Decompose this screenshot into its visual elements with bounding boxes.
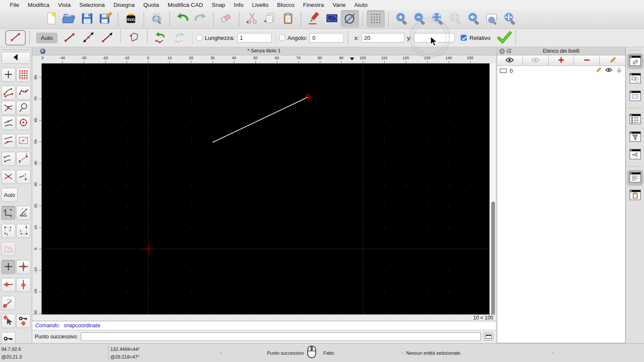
toolbar-handle[interactable] bbox=[629, 50, 641, 51]
undo-button[interactable] bbox=[173, 10, 191, 27]
layer-visibility-icon[interactable] bbox=[602, 67, 612, 75]
polygon-tool-button[interactable] bbox=[125, 30, 143, 46]
snap-on-entity-button[interactable] bbox=[16, 86, 30, 100]
snap-nearest-button[interactable] bbox=[1, 134, 15, 148]
active-tool-display[interactable] bbox=[5, 30, 26, 45]
dock-block-list-button[interactable] bbox=[627, 71, 643, 87]
x-input[interactable] bbox=[361, 33, 404, 42]
restrict-nothing-button[interactable] bbox=[1, 260, 15, 274]
dock-selection-filter-button[interactable] bbox=[627, 130, 643, 145]
snap-tangent-button[interactable] bbox=[1, 152, 15, 166]
snap-distance-button[interactable]: 12 bbox=[16, 152, 30, 166]
vertical-scrollbar[interactable] bbox=[489, 63, 495, 314]
dock-entity-list-button[interactable] bbox=[627, 112, 643, 127]
new-document-button[interactable] bbox=[42, 10, 60, 27]
drawing-canvas[interactable] bbox=[42, 63, 489, 314]
snap-intersection-button[interactable] bbox=[1, 101, 15, 115]
toolbar-handle[interactable] bbox=[3, 49, 29, 51]
menu-info[interactable]: Info bbox=[230, 0, 248, 9]
collapse-back-button[interactable] bbox=[1, 52, 30, 64]
line-double-arrow-button[interactable] bbox=[79, 30, 98, 46]
snap-center-button[interactable] bbox=[16, 116, 30, 130]
layer-row[interactable]: 0 bbox=[497, 66, 625, 75]
menu-quota[interactable]: Quota bbox=[139, 0, 164, 9]
snap-auto-button[interactable]: Auto bbox=[1, 188, 18, 202]
delete-entities-button[interactable] bbox=[217, 10, 235, 27]
snap-free-button[interactable] bbox=[1, 68, 15, 82]
lock-relative-zero-button[interactable] bbox=[16, 314, 30, 328]
save-file-as-button[interactable] bbox=[96, 10, 114, 27]
restrict-shape-button[interactable] bbox=[1, 242, 15, 256]
zoom-previous-button[interactable] bbox=[465, 10, 483, 27]
angle-checkbox[interactable] bbox=[279, 35, 285, 41]
save-file-button[interactable] bbox=[78, 10, 96, 27]
zoom-out-button[interactable] bbox=[410, 10, 428, 27]
menu-modifica[interactable]: Modifica bbox=[24, 0, 54, 9]
auto-snap-button[interactable]: Auto bbox=[36, 33, 58, 43]
open-file-button[interactable] bbox=[60, 10, 78, 27]
menu-vista[interactable]: Vista bbox=[54, 0, 75, 9]
selection-properties-button[interactable] bbox=[323, 10, 341, 27]
zoom-selected-button[interactable] bbox=[447, 10, 465, 27]
menu-disegna[interactable]: Disegna bbox=[109, 0, 139, 9]
add-layer-button[interactable] bbox=[549, 55, 574, 66]
paste-button[interactable] bbox=[279, 10, 297, 27]
snap-endpoint-button[interactable] bbox=[1, 86, 15, 100]
set-relative-zero-button[interactable] bbox=[1, 314, 15, 328]
menu-blocco[interactable]: Blocco bbox=[273, 0, 299, 9]
menu-varie[interactable]: Varie bbox=[328, 0, 350, 9]
cut-button[interactable] bbox=[243, 10, 261, 27]
restrict-horizontal-button[interactable] bbox=[1, 278, 15, 292]
dock-library-browser-button[interactable] bbox=[627, 89, 643, 104]
redo-step-button[interactable] bbox=[170, 30, 189, 46]
menu-seleziona[interactable]: Seleziona bbox=[75, 0, 109, 9]
coordinate-polar-button[interactable]: ra bbox=[16, 206, 30, 220]
coordinate-cartesian-button[interactable]: yx bbox=[1, 206, 15, 220]
dock-layer-list-button[interactable] bbox=[627, 54, 643, 69]
menu-finestra[interactable]: Finestra bbox=[299, 0, 328, 9]
redo-button[interactable] bbox=[191, 10, 210, 27]
length-input[interactable] bbox=[237, 33, 272, 42]
line-arrow-button[interactable] bbox=[98, 30, 117, 46]
zoom-in-button[interactable] bbox=[392, 10, 410, 27]
edit-attributes-button[interactable] bbox=[305, 10, 323, 27]
command-dock-toggle-button[interactable] bbox=[484, 333, 493, 341]
print-preview-button[interactable] bbox=[148, 10, 166, 27]
corner-mode-1-button[interactable]: 21 bbox=[1, 224, 15, 238]
restrict-orthogonal-button[interactable] bbox=[16, 260, 30, 274]
y-input[interactable] bbox=[414, 33, 455, 42]
edit-layer-icon[interactable] bbox=[592, 67, 602, 75]
snap-circle-button[interactable] bbox=[16, 101, 30, 115]
dock-clipboard-button[interactable] bbox=[627, 188, 643, 203]
angle-input[interactable] bbox=[310, 33, 344, 42]
length-checkbox[interactable] bbox=[196, 35, 202, 41]
zoom-auto-button[interactable] bbox=[428, 10, 447, 27]
menu-snap[interactable]: Snap bbox=[207, 0, 230, 9]
horizontal-scroll-area[interactable]: 10 < 100 bbox=[32, 314, 496, 321]
draw-circle-toggle-button[interactable] bbox=[341, 10, 359, 27]
dock-command-widget-button[interactable] bbox=[627, 147, 643, 163]
undo-step-button[interactable] bbox=[151, 30, 170, 46]
export-svg-button[interactable]: SVG bbox=[122, 10, 140, 27]
menu-file[interactable]: File bbox=[6, 0, 24, 9]
snap-angle-button[interactable] bbox=[1, 296, 15, 310]
zoom-pan-button[interactable] bbox=[501, 10, 519, 27]
restrict-vertical-button[interactable] bbox=[16, 278, 30, 292]
zoom-window-button[interactable] bbox=[483, 10, 501, 27]
hide-all-layers-button[interactable] bbox=[523, 55, 549, 66]
edit-layer-button[interactable] bbox=[600, 55, 625, 66]
remove-layer-button[interactable] bbox=[574, 55, 600, 66]
snap-reference-button[interactable] bbox=[16, 134, 30, 148]
command-input[interactable] bbox=[81, 332, 481, 341]
relative-checkbox[interactable] bbox=[461, 35, 467, 41]
menu-livello[interactable]: Livello bbox=[248, 0, 273, 9]
snap-middle-button[interactable] bbox=[1, 116, 15, 130]
grid-toggle-button[interactable] bbox=[367, 10, 385, 27]
accept-button[interactable] bbox=[497, 31, 512, 45]
copy-button[interactable] bbox=[261, 10, 279, 27]
show-all-layers-button[interactable] bbox=[497, 55, 523, 66]
snap-intersection-manual-button[interactable] bbox=[1, 170, 15, 184]
snap-grid-button[interactable] bbox=[16, 68, 30, 82]
corner-mode-2-button[interactable]: 21 bbox=[16, 224, 30, 238]
line-two-points-button[interactable] bbox=[60, 30, 79, 46]
